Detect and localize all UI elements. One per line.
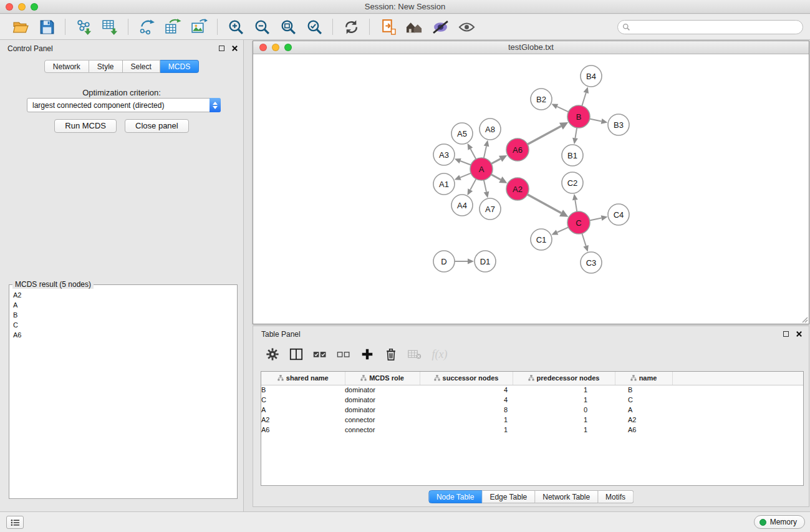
edge-A-A3[interactable] [460,161,471,165]
mcds-result-item[interactable]: B [9,310,237,320]
network-zoom-icon[interactable] [284,44,292,51]
node-A8[interactable]: A8 [480,118,501,140]
edge-C-C4[interactable] [590,218,602,221]
column-header-MCDS-role[interactable]: MCDS role [345,372,420,385]
export-image-icon[interactable] [189,17,209,37]
tab-node-table[interactable]: Node Table [428,490,483,503]
node-C[interactable]: C [567,211,590,234]
tab-mcds[interactable]: MCDS [160,60,199,73]
cell[interactable]: 1 [420,415,513,425]
tab-network-table[interactable]: Network Table [535,490,598,503]
mcds-result-list[interactable]: A2ABCA6 [9,285,237,340]
add-icon[interactable] [357,345,378,364]
table-row[interactable]: A6connector11A6 [261,425,803,435]
edge-C-C1[interactable] [557,227,569,232]
network-minimize-icon[interactable] [272,44,279,51]
table-row[interactable]: Bdominator41B [261,385,803,395]
network-graph[interactable]: B4B2BB3A5A8A6A3B1AC2A1A2A4A7C4CC1DD1C3 [253,55,809,324]
node-A[interactable]: A [470,158,493,180]
open-session-icon[interactable] [11,17,31,37]
mcds-result-item[interactable]: C [9,320,237,330]
table-row[interactable]: A2connector11A2 [261,415,803,425]
zoom-in-icon[interactable] [226,17,246,37]
node-C2[interactable]: C2 [562,172,583,193]
node-B[interactable]: B [567,105,590,128]
node-A1[interactable]: A1 [433,173,455,195]
cell[interactable]: A [615,405,672,415]
node-A5[interactable]: A5 [451,123,473,144]
refresh-icon[interactable] [341,17,361,37]
network-close-icon[interactable] [259,44,267,51]
zoom-window-icon[interactable] [31,3,38,11]
export-network-icon[interactable] [137,17,157,37]
cell[interactable]: 1 [513,425,615,435]
cell[interactable]: B [615,385,672,395]
save-session-icon[interactable] [37,17,57,37]
column-header-successor-nodes[interactable]: successor nodes [420,372,513,385]
cell[interactable]: dominator [345,395,420,405]
tab-style[interactable]: Style [89,60,123,73]
zoom-fit-icon[interactable] [278,17,298,37]
node-A4[interactable]: A4 [451,195,473,216]
column-header-name[interactable]: name [615,372,672,385]
delete-table-icon[interactable] [404,345,425,364]
node-A2[interactable]: A2 [506,178,529,200]
close-window-icon[interactable] [6,3,13,11]
node-B1[interactable]: B1 [562,145,583,166]
criterion-dropdown[interactable]: largest connected component (directed) [27,98,221,112]
cell[interactable]: A6 [615,425,672,435]
close-table-panel-icon[interactable] [795,330,803,337]
select-all-icon[interactable] [309,345,330,364]
node-C1[interactable]: C1 [531,229,552,250]
node-C3[interactable]: C3 [581,252,602,273]
table-row[interactable]: Adominator80A [261,405,803,415]
cell[interactable]: C [615,395,672,405]
edge-A-A5[interactable] [470,149,476,160]
cell[interactable]: 0 [513,405,615,415]
edge-A-A2[interactable] [491,175,501,180]
node-B2[interactable]: B2 [531,89,552,110]
edge-B-B2[interactable] [557,107,568,112]
trash-icon[interactable] [380,345,402,364]
table-row[interactable]: Cdominator41C [261,395,803,405]
edge-B-B4[interactable] [582,93,586,106]
column-header-predecessor-nodes[interactable]: predecessor nodes [513,372,615,385]
cell[interactable]: 1 [513,415,615,425]
zoom-selected-icon[interactable] [304,17,324,37]
mcds-result-item[interactable]: A [9,300,237,310]
node-A6[interactable]: A6 [506,138,529,161]
close-panel-icon[interactable] [231,44,238,52]
node-B3[interactable]: B3 [608,114,629,135]
tab-network[interactable]: Network [44,60,89,73]
edge-B-B1[interactable] [575,128,577,138]
node-A3[interactable]: A3 [433,144,455,165]
import-table-icon[interactable] [100,17,120,37]
edge-C-C3[interactable] [582,233,586,246]
cell[interactable]: 4 [420,385,513,395]
tab-edge-table[interactable]: Edge Table [482,490,535,503]
mcds-result-item[interactable]: A6 [9,330,237,340]
float-panel-icon[interactable] [218,44,225,52]
tab-motifs[interactable]: Motifs [598,490,634,503]
node-B4[interactable]: B4 [581,65,602,87]
search-input[interactable] [634,22,798,32]
float-table-panel-icon[interactable] [782,330,789,337]
edge-A6-B[interactable] [528,126,561,144]
hide-graphics-details-icon[interactable] [430,17,450,37]
task-history-button[interactable] [6,516,24,529]
node-A7[interactable]: A7 [480,198,501,220]
cell[interactable]: B [261,385,345,395]
cell[interactable]: 1 [513,395,615,405]
cell[interactable]: A2 [615,415,672,425]
edge-B-B3[interactable] [590,119,602,122]
node-C4[interactable]: C4 [608,204,629,225]
resize-grip-icon[interactable] [801,316,808,323]
home-icon[interactable] [404,17,424,37]
node-D1[interactable]: D1 [475,251,496,272]
cell[interactable]: connector [345,415,420,425]
columns-icon[interactable] [286,345,307,364]
mcds-result-item[interactable]: A2 [9,290,237,300]
function-builder-icon[interactable]: f(x) [428,345,449,364]
cell[interactable]: 8 [420,405,513,415]
edge-A-A1[interactable] [460,173,471,178]
